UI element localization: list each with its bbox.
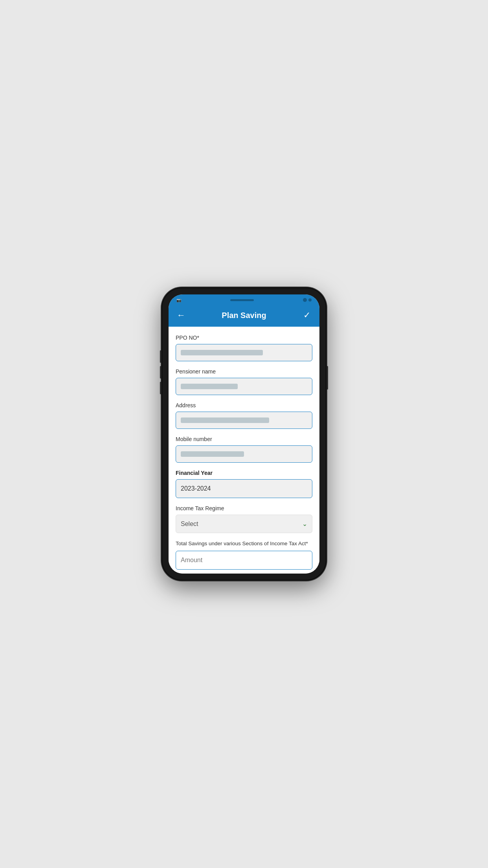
speaker-grille bbox=[230, 299, 254, 301]
pensioner-name-label: Pensioner name bbox=[176, 368, 312, 375]
income-tax-regime-label: Income Tax Regime bbox=[176, 505, 312, 511]
volume-buttons bbox=[160, 350, 161, 394]
address-group: Address bbox=[176, 402, 312, 429]
income-tax-regime-group: Income Tax Regime Select ⌄ bbox=[176, 505, 312, 533]
camera-indicator-left: 📷 bbox=[176, 298, 181, 302]
address-placeholder-bar bbox=[181, 417, 269, 423]
mobile-number-group: Mobile number bbox=[176, 436, 312, 463]
income-tax-regime-placeholder: Select bbox=[181, 520, 198, 528]
page-title: Plan Saving bbox=[187, 311, 301, 320]
chevron-down-icon: ⌄ bbox=[302, 520, 307, 528]
address-label: Address bbox=[176, 402, 312, 408]
ppo-no-input[interactable] bbox=[176, 344, 312, 361]
financial-year-value: 2023-2024 bbox=[181, 485, 211, 492]
income-tax-regime-select[interactable]: Select ⌄ bbox=[176, 515, 312, 533]
financial-year-group: Financial Year 2023-2024 bbox=[176, 470, 312, 498]
total-savings-group: Total Savings under various Sections of … bbox=[176, 540, 312, 570]
mobile-number-input[interactable] bbox=[176, 445, 312, 463]
ppo-no-group: PPO NO* bbox=[176, 335, 312, 361]
ppo-no-label: PPO NO* bbox=[176, 335, 312, 341]
pensioner-name-placeholder-bar bbox=[181, 384, 238, 389]
check-button[interactable]: ✓ bbox=[301, 310, 313, 320]
pensioner-name-group: Pensioner name bbox=[176, 368, 312, 395]
camera-group-right bbox=[303, 298, 312, 302]
total-savings-label: Total Savings under various Sections of … bbox=[176, 540, 312, 548]
pensioner-name-input[interactable] bbox=[176, 378, 312, 395]
form-container: PPO NO* Pensioner name Address bbox=[169, 327, 319, 574]
phone-screen: 📷 ← Plan Saving ✓ PPO NO* Pe bbox=[169, 294, 319, 574]
financial-year-label: Financial Year bbox=[176, 470, 312, 476]
back-button[interactable]: ← bbox=[175, 310, 187, 320]
phone-device: 📷 ← Plan Saving ✓ PPO NO* Pe bbox=[161, 287, 327, 581]
address-input[interactable] bbox=[176, 412, 312, 429]
amount-input[interactable] bbox=[176, 551, 312, 570]
mobile-number-placeholder-bar bbox=[181, 451, 244, 457]
financial-year-input[interactable]: 2023-2024 bbox=[176, 479, 312, 498]
ppo-no-placeholder-bar bbox=[181, 350, 263, 355]
mobile-number-label: Mobile number bbox=[176, 436, 312, 442]
app-header: ← Plan Saving ✓ bbox=[169, 305, 319, 327]
power-button bbox=[327, 366, 328, 390]
